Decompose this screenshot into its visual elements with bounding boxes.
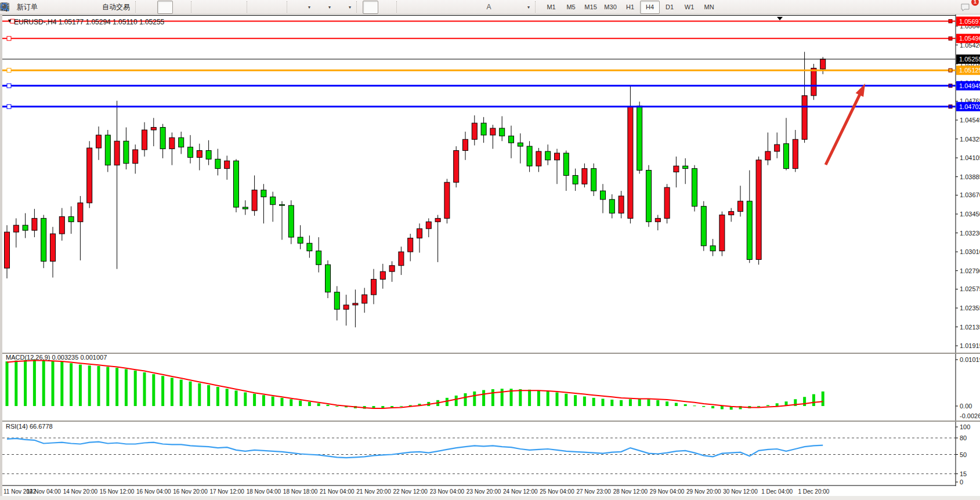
line-handle[interactable] [949,37,952,40]
signals-button[interactable] [72,1,88,14]
candle-body [426,222,431,229]
macd-histogram-bar [400,406,403,407]
candle[interactable] [41,215,46,268]
auto-trading-button[interactable]: 自动交易 [88,1,133,14]
macd-histogram-bar [125,369,128,406]
macd-bg[interactable] [2,354,980,421]
text-tool-button[interactable]: A [481,1,497,14]
indicators-button[interactable]: ▾ [293,1,313,14]
candle-body [133,150,138,164]
line-handle[interactable] [949,20,952,23]
rsi-bg[interactable] [2,422,980,486]
macd-histogram-bar [602,398,605,406]
main-price-pane[interactable]: 1.056401.054201.052001.049801.047651.045… [2,15,980,353]
periods-button[interactable]: ▾ [313,1,334,14]
community-button[interactable] [56,1,72,14]
candlestick-chart-button[interactable] [157,1,173,14]
macd-histogram-bar [189,382,192,406]
macd-histogram-bar [180,379,183,406]
candle-body [151,128,156,130]
candle[interactable] [454,146,459,187]
candle-body [628,107,633,218]
timeframe-button-m15[interactable]: M15 [581,1,601,14]
candle-body [50,234,56,261]
candle-body [371,279,377,295]
chart-shift-button[interactable] [269,1,284,14]
macd-tick-label: 0.010191 [960,356,980,363]
macd-histogram-bar [574,395,577,406]
price-level-badge-label: 1.04945 [959,82,980,89]
macd-tick-label: 0.00 [960,403,972,410]
line-handle[interactable] [949,68,952,72]
line-handle[interactable] [949,84,952,88]
candle-body [280,205,285,206]
line-handle[interactable] [7,84,11,88]
chart-bg[interactable] [2,15,980,353]
candle[interactable] [444,179,450,223]
macd-tick-label: -0.002642 [960,412,980,419]
fibonacci-tool-button[interactable]: F [465,1,481,14]
trendline-tool-button[interactable] [434,1,450,14]
zoom-out-button[interactable] [213,1,229,14]
vertical-line-tool-button[interactable] [403,1,418,14]
rsi-pane[interactable]: 1008050150 [2,422,980,486]
macd-histogram-bar [822,392,824,406]
line-handle[interactable] [7,37,11,41]
timeframe-button-d1[interactable]: D1 [660,1,679,14]
candle[interactable] [234,159,239,212]
candle[interactable] [664,184,670,223]
candle[interactable] [87,141,92,208]
line-handle[interactable] [7,104,11,108]
macd-pane[interactable]: 0.0101910.00-0.002642 [2,354,980,421]
notifications-button[interactable]: 1 [960,1,975,14]
candle[interactable] [756,157,761,265]
candle-body [298,237,303,243]
auto-scroll-button[interactable] [253,1,269,14]
timeframe-button-mn[interactable]: MN [699,1,719,14]
price-level-badge-label: 1.05125 [959,67,980,74]
candle-body [197,151,202,158]
date-tick-label: 27 Nov 23:00 [576,488,611,495]
template-icon [337,2,346,12]
timeframe-button-w1[interactable]: W1 [679,1,699,14]
price-level-badge-label: 1.05496 [959,35,980,42]
horizontal-line-tool-button[interactable] [418,1,434,14]
candle-body [674,166,679,172]
candle[interactable] [591,164,596,196]
cursor-tool-button[interactable] [363,1,378,14]
candle[interactable] [637,102,642,173]
timeframe-button-m5[interactable]: M5 [561,1,581,14]
candle[interactable] [692,165,697,212]
line-handle[interactable] [7,68,11,73]
candle-body [719,215,725,251]
zoom-in-button[interactable] [197,1,213,14]
timeframe-button-h1[interactable]: H1 [620,1,640,14]
price-tick-label: 1.03885 [960,173,980,180]
candle-body [234,161,239,207]
arrows-tool-button[interactable]: ▾ [512,1,533,14]
candle[interactable] [701,201,706,251]
line-chart-button[interactable] [173,1,189,14]
timeframe-button-m30[interactable]: M30 [601,1,620,14]
bar-chart-button[interactable] [142,1,157,14]
candle[interactable] [719,212,725,256]
candle[interactable] [646,165,652,227]
templates-button[interactable]: ▾ [334,1,354,14]
timeframe-button-m1[interactable]: M1 [541,1,561,14]
macd-histogram-bar [592,398,595,406]
tile-windows-button[interactable] [229,1,244,14]
auto-scroll-icon [256,2,266,12]
channel-tool-button[interactable]: E [450,1,465,14]
candle-body [316,251,321,265]
search-button[interactable] [941,1,956,14]
text-label-tool-button[interactable]: T [497,1,512,14]
metaeditor-button[interactable] [41,1,56,14]
candle[interactable] [811,64,816,100]
crosshair-tool-button[interactable] [378,1,394,14]
macd-histogram-bar [547,392,549,406]
line-handle[interactable] [949,105,952,108]
candle-body [59,216,64,234]
timeframe-button-h4[interactable]: H4 [640,1,660,14]
candle-body [215,159,220,168]
candle-body [500,128,505,136]
